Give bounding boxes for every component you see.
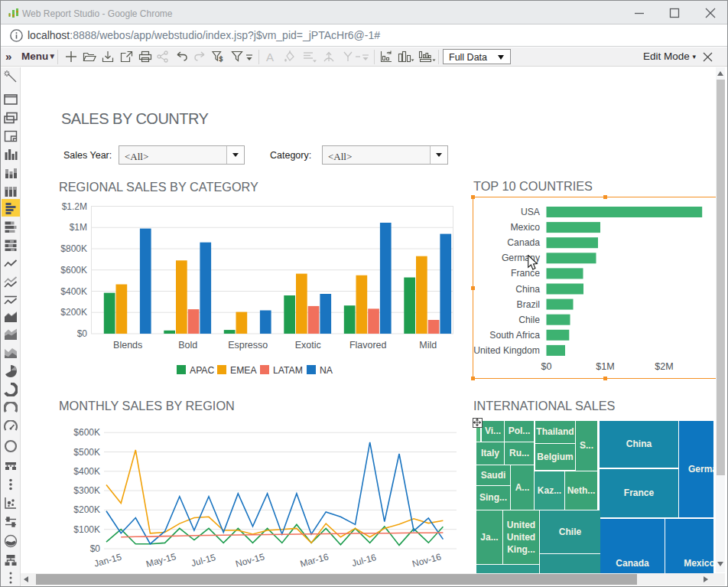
svg-text:EMEA: EMEA — [230, 365, 257, 376]
svg-text:$400K: $400K — [73, 466, 100, 477]
svg-text:Espresso: Espresso — [228, 340, 268, 351]
svg-text:Blends: Blends — [113, 340, 142, 351]
svg-text:$: $ — [219, 55, 223, 63]
svg-text:Jul-15: Jul-15 — [190, 552, 217, 569]
svg-text:$500K: $500K — [73, 447, 100, 458]
svg-text:Bold: Bold — [178, 340, 197, 351]
svg-text:APAC: APAC — [190, 365, 214, 376]
svg-text:$100K: $100K — [73, 524, 100, 535]
svg-text:Nov-15: Nov-15 — [234, 551, 265, 569]
svg-text:$1.2M: $1.2M — [62, 201, 87, 212]
svg-text:Jan-15: Jan-15 — [93, 552, 122, 569]
svg-text:Exotic: Exotic — [295, 340, 321, 351]
svg-text:Mild: Mild — [419, 340, 437, 351]
svg-text:$300K: $300K — [73, 485, 100, 496]
svg-text:$800K: $800K — [60, 243, 87, 254]
svg-text:$200K: $200K — [73, 504, 100, 515]
svg-text:Mar-16: Mar-16 — [299, 551, 330, 569]
svg-text:May-15: May-15 — [145, 551, 177, 569]
svg-text:$0: $0 — [90, 543, 101, 554]
svg-text:$0: $0 — [77, 328, 88, 339]
svg-text:$1M: $1M — [70, 222, 87, 233]
svg-text:$200K: $200K — [60, 307, 87, 318]
svg-text:Flavored: Flavored — [349, 340, 387, 351]
svg-text:Nov-16: Nov-16 — [411, 551, 442, 569]
svg-text:Jul-16: Jul-16 — [350, 552, 378, 569]
svg-text:$600K: $600K — [73, 427, 100, 438]
svg-text:LATAM: LATAM — [273, 365, 303, 376]
svg-text:NA: NA — [320, 365, 333, 376]
svg-text:$400K: $400K — [60, 286, 87, 297]
svg-text:$600K: $600K — [60, 265, 87, 276]
